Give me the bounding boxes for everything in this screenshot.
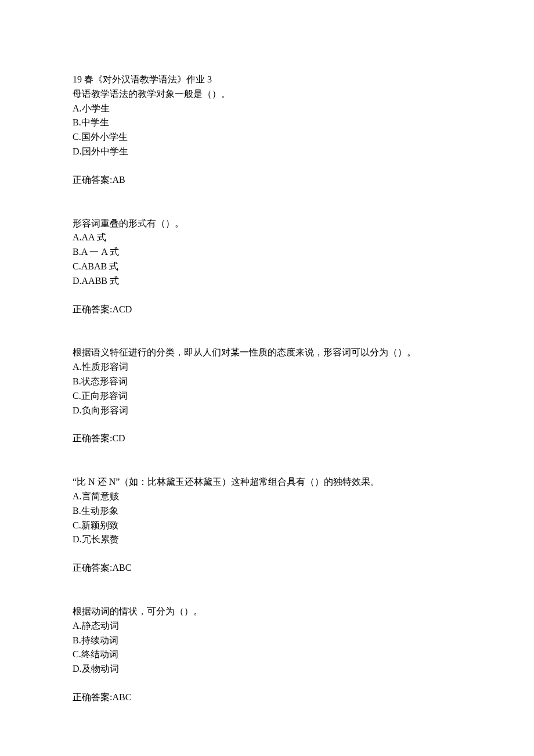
option-c: C.正向形容词 xyxy=(73,389,461,404)
option-c: C.ABAB 式 xyxy=(73,260,461,274)
option-a: A.性质形容词 xyxy=(73,360,461,375)
option-d: D.负向形容词 xyxy=(73,404,461,418)
option-b: B.持续动词 xyxy=(73,633,461,648)
option-b: B.生动形象 xyxy=(73,504,461,519)
question-stem: 形容词重叠的形式有（）。 xyxy=(73,217,461,231)
option-d: D.AABB 式 xyxy=(73,274,461,289)
answer-line: 正确答案:ABC xyxy=(73,690,461,705)
option-c: C.新颖别致 xyxy=(73,519,461,533)
option-b: B.状态形容词 xyxy=(73,375,461,389)
question-block: 根据动词的情状，可分为（）。 A.静态动词 B.持续动词 C.终结动词 D.及物… xyxy=(73,604,461,705)
question-block: 母语教学语法的教学对象一般是（）。 A.小学生 B.中学生 C.国外小学生 D.… xyxy=(73,87,461,188)
option-c: C.国外小学生 xyxy=(73,130,461,145)
option-b: B.中学生 xyxy=(73,116,461,130)
option-b: B.A 一 A 式 xyxy=(73,245,461,260)
option-a: A.言简意赅 xyxy=(73,489,461,504)
question-stem: 根据动词的情状，可分为（）。 xyxy=(73,604,461,619)
option-a: A.小学生 xyxy=(73,102,461,116)
document-header: 19 春《对外汉语教学语法》作业 3 xyxy=(73,73,461,87)
option-a: A.静态动词 xyxy=(73,619,461,633)
answer-line: 正确答案:ABC xyxy=(73,561,461,575)
option-a: A.AA 式 xyxy=(73,231,461,245)
option-d: D.冗长累赘 xyxy=(73,532,461,547)
question-stem: 母语教学语法的教学对象一般是（）。 xyxy=(73,87,461,102)
option-d: D.及物动词 xyxy=(73,662,461,676)
answer-line: 正确答案:AB xyxy=(73,173,461,188)
question-block: “比 N 还 N”（如：比林黛玉还林黛玉）这种超常组合具有（）的独特效果。 A.… xyxy=(73,475,461,575)
option-c: C.终结动词 xyxy=(73,647,461,662)
option-d: D.国外中学生 xyxy=(73,145,461,159)
question-stem: “比 N 还 N”（如：比林黛玉还林黛玉）这种超常组合具有（）的独特效果。 xyxy=(73,475,461,489)
question-block: 根据语义特征进行的分类，即从人们对某一性质的态度来说，形容词可以分为（）。 A.… xyxy=(73,345,461,446)
answer-line: 正确答案:ACD xyxy=(73,303,461,317)
question-block: 形容词重叠的形式有（）。 A.AA 式 B.A 一 A 式 C.ABAB 式 D… xyxy=(73,217,461,317)
page-content: 19 春《对外汉语教学语法》作业 3 母语教学语法的教学对象一般是（）。 A.小… xyxy=(0,0,534,705)
answer-line: 正确答案:CD xyxy=(73,431,461,446)
question-stem: 根据语义特征进行的分类，即从人们对某一性质的态度来说，形容词可以分为（）。 xyxy=(73,345,461,360)
